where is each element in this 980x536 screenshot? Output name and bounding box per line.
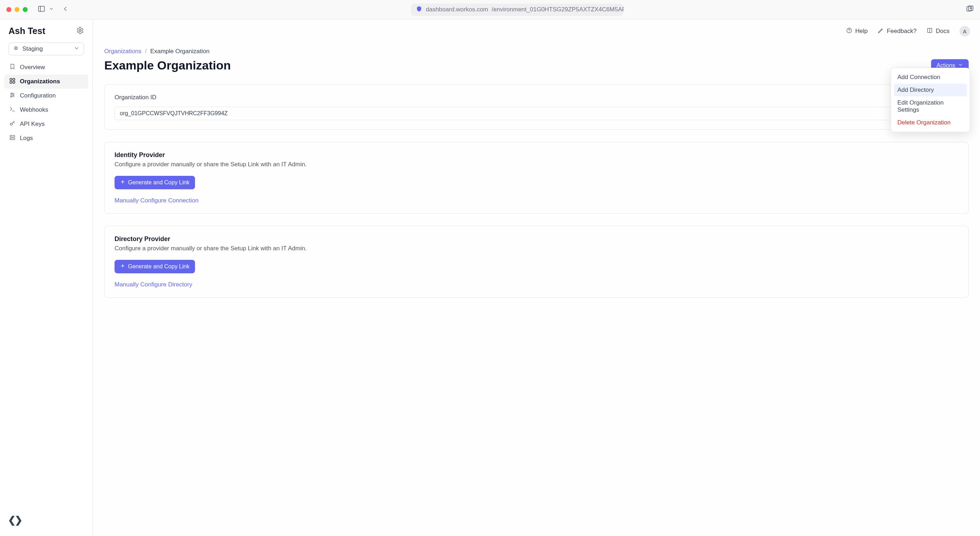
identity-provider-card: Identity Provider Configure a provider m… xyxy=(104,142,969,214)
dropdown-delete-org[interactable]: Delete Organization xyxy=(894,116,967,129)
sidebar-item-overview[interactable]: Overview xyxy=(4,60,88,75)
org-id-card: Organization ID org_01GPCCWSFVQJTVHRC2FF… xyxy=(104,84,969,130)
workos-logo-icon xyxy=(8,523,23,529)
address-bar[interactable]: dashboard.workos.com/environment_01G0HTS… xyxy=(411,3,624,16)
workspace-name: Ash Test xyxy=(8,26,45,36)
help-link[interactable]: Help xyxy=(846,27,868,35)
chevron-down-icon[interactable] xyxy=(49,6,54,13)
avatar-initial: A xyxy=(963,29,967,34)
environment-select[interactable]: Staging xyxy=(8,43,84,55)
dropdown-add-directory[interactable]: Add Directory xyxy=(894,84,967,96)
idp-subtitle: Configure a provider manually or share t… xyxy=(115,161,958,168)
sidebar-item-label: Overview xyxy=(20,64,45,71)
help-icon xyxy=(846,27,852,35)
sidebar: Ash Test Staging Overview Organizations … xyxy=(0,19,93,536)
plus-icon xyxy=(120,263,125,270)
org-id-label: Organization ID xyxy=(115,94,958,101)
dir-title: Directory Provider xyxy=(115,235,958,243)
bookmark-icon xyxy=(9,64,16,72)
actions-dropdown: Add Connection Add Directory Edit Organi… xyxy=(891,68,970,132)
sidebar-nav: Overview Organizations Configuration Web… xyxy=(0,60,92,145)
org-id-value: org_01GPCCWSFVQJTVHRC2FF3G994Z xyxy=(120,110,228,117)
window-traffic-lights xyxy=(6,7,28,12)
url-host: dashboard.workos.com xyxy=(426,6,488,13)
docs-link[interactable]: Docs xyxy=(926,27,950,35)
idp-manual-link[interactable]: Manually Configure Connection xyxy=(115,197,958,204)
feedback-link[interactable]: Feedback? xyxy=(878,27,916,35)
help-label: Help xyxy=(855,28,868,35)
environment-label: Staging xyxy=(22,45,43,52)
dir-subtitle: Configure a provider manually or share t… xyxy=(115,245,958,252)
book-icon xyxy=(926,27,933,35)
breadcrumb-root[interactable]: Organizations xyxy=(104,48,142,55)
topbar: Help Feedback? Docs A xyxy=(846,26,970,37)
sidebar-item-label: Logs xyxy=(20,135,33,142)
gear-icon[interactable] xyxy=(76,27,84,36)
org-id-field[interactable]: org_01GPCCWSFVQJTVHRC2FF3G994Z xyxy=(115,107,958,120)
pencil-icon xyxy=(878,27,884,35)
dir-manual-link[interactable]: Manually Configure Directory xyxy=(115,281,958,288)
breadcrumb-sep: / xyxy=(145,48,147,55)
window-titlebar: dashboard.workos.com/environment_01G0HTS… xyxy=(0,0,980,19)
idp-generate-link-button[interactable]: Generate and Copy Link xyxy=(115,176,195,189)
sidebar-item-webhooks[interactable]: Webhooks xyxy=(4,103,88,117)
breadcrumb-current: Example Organization xyxy=(150,48,210,55)
dir-generate-link-button[interactable]: Generate and Copy Link xyxy=(115,260,195,273)
browser-back-button[interactable] xyxy=(62,5,69,14)
plus-icon xyxy=(120,180,125,186)
shield-icon xyxy=(416,6,422,14)
url-path: /environment_01G0HTSG29ZP5AXTZX4C6M5AP8/… xyxy=(492,6,624,13)
new-tab-icon[interactable] xyxy=(966,8,974,14)
window-zoom-button[interactable] xyxy=(23,7,28,12)
page-title: Example Organization xyxy=(104,59,231,72)
dropdown-edit-settings[interactable]: Edit Organization Settings xyxy=(894,96,967,116)
server-icon xyxy=(9,134,16,143)
main-content: Help Feedback? Docs A Organizations / Ex… xyxy=(93,19,980,536)
feedback-label: Feedback? xyxy=(887,28,916,35)
sidebar-item-label: API Keys xyxy=(20,121,45,127)
sidebar-item-configuration[interactable]: Configuration xyxy=(4,89,88,103)
sidebar-item-api-keys[interactable]: API Keys xyxy=(4,117,88,131)
sidebar-toggle-icon[interactable] xyxy=(38,5,45,14)
sidebar-item-organizations[interactable]: Organizations xyxy=(4,75,88,89)
directory-provider-card: Directory Provider Configure a provider … xyxy=(104,226,969,298)
idp-title: Identity Provider xyxy=(115,151,958,159)
idp-button-label: Generate and Copy Link xyxy=(128,180,189,186)
sidebar-item-label: Organizations xyxy=(20,78,60,85)
window-minimize-button[interactable] xyxy=(14,7,19,12)
window-close-button[interactable] xyxy=(6,7,11,12)
breadcrumb: Organizations / Example Organization xyxy=(104,48,969,55)
sliders-icon xyxy=(9,92,16,100)
avatar[interactable]: A xyxy=(959,26,970,37)
dir-button-label: Generate and Copy Link xyxy=(128,263,189,270)
dropdown-add-connection[interactable]: Add Connection xyxy=(894,71,967,84)
key-icon xyxy=(9,120,16,128)
sidebar-item-label: Configuration xyxy=(20,92,56,99)
sidebar-item-logs[interactable]: Logs xyxy=(4,131,88,145)
sidebar-item-label: Webhooks xyxy=(20,107,48,113)
grid-icon xyxy=(9,78,16,86)
terminal-icon xyxy=(9,106,16,114)
docs-label: Docs xyxy=(936,28,950,35)
environment-icon xyxy=(13,45,19,53)
chevron-down-icon xyxy=(74,45,80,53)
